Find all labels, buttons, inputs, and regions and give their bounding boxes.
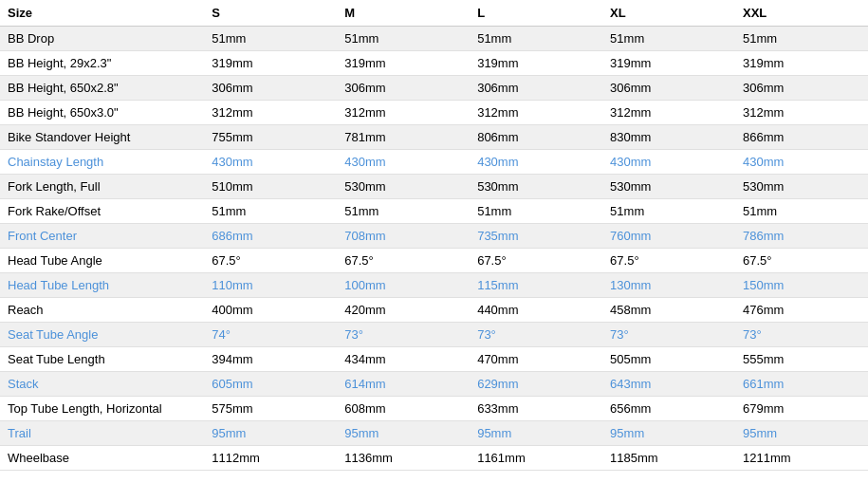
row-value: 312mm xyxy=(470,101,602,125)
column-header-xl: XL xyxy=(602,0,735,27)
row-value: 643mm xyxy=(602,372,735,397)
row-value: 319mm xyxy=(735,51,868,76)
row-label: Fork Length, Full xyxy=(0,175,204,199)
row-label: Chainstay Length xyxy=(0,150,204,175)
table-row: Chainstay Length430mm430mm430mm430mm430m… xyxy=(0,150,868,175)
table-row: Stack605mm614mm629mm643mm661mm xyxy=(0,372,868,397)
row-value: 95mm xyxy=(337,421,470,446)
table-row: Fork Length, Full510mm530mm530mm530mm530… xyxy=(0,175,868,199)
row-value: 319mm xyxy=(602,51,735,76)
row-value: 661mm xyxy=(735,372,868,397)
row-value: 51mm xyxy=(470,199,602,224)
row-label: Reach xyxy=(0,298,204,323)
row-value: 95mm xyxy=(470,421,602,446)
row-value: 51mm xyxy=(204,27,337,51)
row-value: 530mm xyxy=(602,175,735,199)
row-value: 679mm xyxy=(735,397,868,421)
row-value: 95mm xyxy=(735,421,868,446)
row-value: 51mm xyxy=(204,199,337,224)
row-value: 786mm xyxy=(735,224,868,249)
row-value: 530mm xyxy=(337,175,470,199)
row-label: BB Height, 650x2.8" xyxy=(0,76,204,101)
row-value: 312mm xyxy=(337,101,470,125)
row-value: 420mm xyxy=(337,298,470,323)
row-value: 319mm xyxy=(204,51,337,76)
row-value: 67.5° xyxy=(204,249,337,273)
table-row: Seat Tube Length394mm434mm470mm505mm555m… xyxy=(0,347,868,372)
column-header-s: S xyxy=(204,0,337,27)
row-value: 312mm xyxy=(602,101,735,125)
row-value: 430mm xyxy=(735,150,868,175)
row-value: 51mm xyxy=(735,199,868,224)
row-value: 476mm xyxy=(735,298,868,323)
row-value: 73° xyxy=(470,323,602,347)
row-value: 830mm xyxy=(602,125,735,150)
column-header-size: Size xyxy=(0,0,204,27)
row-value: 95mm xyxy=(204,421,337,446)
table-row: BB Height, 650x3.0"312mm312mm312mm312mm3… xyxy=(0,101,868,125)
row-value: 51mm xyxy=(735,27,868,51)
row-value: 1112mm xyxy=(204,446,337,471)
table-row: BB Drop51mm51mm51mm51mm51mm xyxy=(0,27,868,51)
row-value: 400mm xyxy=(204,298,337,323)
table-row: Trail95mm95mm95mm95mm95mm xyxy=(0,421,868,446)
row-value: 629mm xyxy=(470,372,602,397)
row-label: Bike Standover Height xyxy=(0,125,204,150)
row-label: Fork Rake/Offset xyxy=(0,199,204,224)
row-value: 95mm xyxy=(602,421,735,446)
row-value: 130mm xyxy=(602,273,735,298)
row-value: 434mm xyxy=(337,347,470,372)
row-value: 430mm xyxy=(204,150,337,175)
row-label: BB Height, 29x2.3" xyxy=(0,51,204,76)
row-value: 51mm xyxy=(470,27,602,51)
row-value: 73° xyxy=(337,323,470,347)
row-value: 686mm xyxy=(204,224,337,249)
row-value: 1161mm xyxy=(470,446,602,471)
table-row: Top Tube Length, Horizontal575mm608mm633… xyxy=(0,397,868,421)
row-label: BB Drop xyxy=(0,27,204,51)
row-value: 575mm xyxy=(204,397,337,421)
row-value: 430mm xyxy=(470,150,602,175)
row-label: Front Center xyxy=(0,224,204,249)
row-label: Head Tube Length xyxy=(0,273,204,298)
row-value: 67.5° xyxy=(337,249,470,273)
row-value: 306mm xyxy=(337,76,470,101)
row-value: 614mm xyxy=(337,372,470,397)
row-value: 608mm xyxy=(337,397,470,421)
row-value: 633mm xyxy=(470,397,602,421)
row-value: 755mm xyxy=(204,125,337,150)
row-value: 458mm xyxy=(602,298,735,323)
row-value: 100mm xyxy=(337,273,470,298)
row-value: 51mm xyxy=(337,199,470,224)
row-value: 306mm xyxy=(470,76,602,101)
column-header-xxl: XXL xyxy=(735,0,868,27)
table-row: BB Height, 650x2.8"306mm306mm306mm306mm3… xyxy=(0,76,868,101)
row-label: Seat Tube Angle xyxy=(0,323,204,347)
row-label: Seat Tube Length xyxy=(0,347,204,372)
row-value: 656mm xyxy=(602,397,735,421)
row-value: 73° xyxy=(735,323,868,347)
table-row: Wheelbase1112mm1136mm1161mm1185mm1211mm xyxy=(0,446,868,471)
row-label: Top Tube Length, Horizontal xyxy=(0,397,204,421)
row-value: 555mm xyxy=(735,347,868,372)
row-value: 150mm xyxy=(735,273,868,298)
row-value: 1136mm xyxy=(337,446,470,471)
table-row: Seat Tube Angle74°73°73°73°73° xyxy=(0,323,868,347)
row-value: 530mm xyxy=(735,175,868,199)
row-value: 505mm xyxy=(602,347,735,372)
row-value: 510mm xyxy=(204,175,337,199)
row-value: 74° xyxy=(204,323,337,347)
row-label: Head Tube Angle xyxy=(0,249,204,273)
row-value: 51mm xyxy=(602,27,735,51)
row-value: 312mm xyxy=(204,101,337,125)
row-value: 73° xyxy=(602,323,735,347)
row-value: 312mm xyxy=(735,101,868,125)
table-row: Fork Rake/Offset51mm51mm51mm51mm51mm xyxy=(0,199,868,224)
row-value: 708mm xyxy=(337,224,470,249)
row-value: 51mm xyxy=(602,199,735,224)
row-value: 430mm xyxy=(337,150,470,175)
table-header-row: SizeSMLXLXXL xyxy=(0,0,868,27)
row-value: 306mm xyxy=(602,76,735,101)
table-row: Reach400mm420mm440mm458mm476mm xyxy=(0,298,868,323)
row-value: 760mm xyxy=(602,224,735,249)
